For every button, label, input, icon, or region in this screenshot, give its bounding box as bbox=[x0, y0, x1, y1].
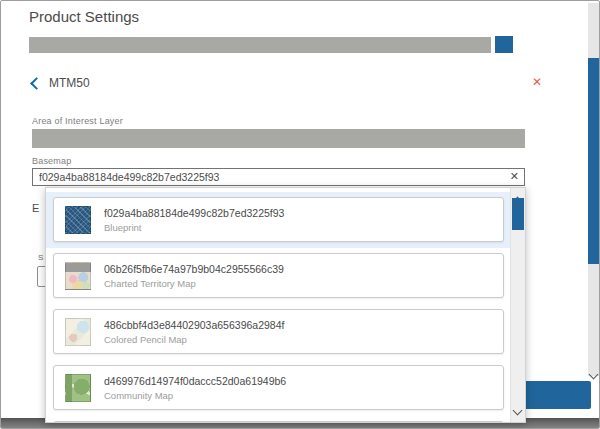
redacted-text-bar bbox=[29, 37, 491, 53]
back-button[interactable]: MTM50 bbox=[32, 76, 90, 90]
basemap-option-id: d469976d14974f0daccc52d0a61949b6 bbox=[104, 375, 286, 387]
basemap-option-texts: 486cbbf4d3e84402903a656396a2984f Colored… bbox=[104, 319, 284, 345]
chevron-left-icon bbox=[30, 77, 43, 90]
basemap-option-card[interactable]: 486cbbf4d3e84402903a656396a2984f Colored… bbox=[53, 309, 504, 354]
product-settings-dialog: Product Settings MTM50 ✕ Area of Interes… bbox=[0, 0, 600, 429]
basemap-option-row[interactable]: 486cbbf4d3e84402903a656396a2984f Colored… bbox=[46, 304, 511, 360]
basemap-option-card[interactable] bbox=[53, 421, 504, 422]
basemap-thumbnail bbox=[65, 206, 91, 234]
basemap-option-texts: d469976d14974f0daccc52d0a61949b6 Communi… bbox=[104, 375, 286, 401]
basemap-option-id: 486cbbf4d3e84402903a656396a2984f bbox=[104, 319, 284, 331]
page-title: Product Settings bbox=[29, 8, 139, 25]
basemap-dropdown: f029a4ba88184de499c82b7ed3225f93 Bluepri… bbox=[45, 187, 526, 423]
aoi-layer-label: Area of Interest Layer bbox=[32, 116, 123, 126]
dropdown-scrollbar[interactable] bbox=[510, 188, 525, 422]
hidden-field-label-fragment: E bbox=[32, 202, 39, 214]
basemap-option-row[interactable]: f029a4ba88184de499c82b7ed3225f93 Bluepri… bbox=[46, 192, 511, 248]
basemap-thumbnail bbox=[65, 262, 91, 290]
clear-input-icon[interactable]: ✕ bbox=[510, 170, 519, 183]
basemap-option-row[interactable]: d469976d14974f0daccc52d0a61949b6 Communi… bbox=[46, 360, 511, 416]
basemap-thumbnail bbox=[65, 318, 91, 346]
basemap-option-row[interactable]: 06b26f5fb6e74a97b9b04c2955566c39 Charted… bbox=[46, 248, 511, 304]
basemap-option-name: Colored Pencil Map bbox=[104, 334, 284, 345]
basemap-option-id: 06b26f5fb6e74a97b9b04c2955566c39 bbox=[104, 263, 284, 275]
basemap-option-card[interactable]: f029a4ba88184de499c82b7ed3225f93 Bluepri… bbox=[53, 197, 504, 242]
hidden-field-label-fragment-2: S bbox=[38, 253, 43, 262]
back-label: MTM50 bbox=[49, 76, 90, 90]
page-scrollbar-thumb[interactable] bbox=[588, 58, 599, 264]
accent-square bbox=[495, 36, 513, 53]
basemap-thumbnail bbox=[65, 374, 91, 402]
close-icon[interactable]: ✕ bbox=[532, 75, 542, 89]
basemap-option-name: Blueprint bbox=[104, 222, 284, 233]
basemap-input-value: f029a4ba88184de499c82b7ed3225f93 bbox=[39, 171, 219, 183]
basemap-label: Basemap bbox=[32, 156, 71, 166]
basemap-option-card[interactable]: d469976d14974f0daccc52d0a61949b6 Communi… bbox=[53, 365, 504, 410]
basemap-option-card[interactable]: 06b26f5fb6e74a97b9b04c2955566c39 Charted… bbox=[53, 253, 504, 298]
chevron-down-icon[interactable] bbox=[590, 364, 597, 382]
basemap-option-row-partial[interactable] bbox=[46, 416, 511, 422]
basemap-option-id: f029a4ba88184de499c82b7ed3225f93 bbox=[104, 207, 284, 219]
basemap-option-name: Charted Territory Map bbox=[104, 278, 284, 289]
chevron-down-icon[interactable] bbox=[514, 400, 521, 418]
basemap-input[interactable]: f029a4ba88184de499c82b7ed3225f93 ✕ bbox=[32, 168, 525, 186]
primary-action-button[interactable] bbox=[523, 381, 591, 409]
dropdown-scrollbar-thumb[interactable] bbox=[512, 198, 524, 230]
basemap-option-name: Community Map bbox=[104, 390, 286, 401]
basemap-dropdown-list: f029a4ba88184de499c82b7ed3225f93 Bluepri… bbox=[46, 188, 511, 422]
basemap-option-texts: f029a4ba88184de499c82b7ed3225f93 Bluepri… bbox=[104, 207, 284, 233]
aoi-layer-input[interactable] bbox=[32, 129, 525, 148]
basemap-option-texts: 06b26f5fb6e74a97b9b04c2955566c39 Charted… bbox=[104, 263, 284, 289]
